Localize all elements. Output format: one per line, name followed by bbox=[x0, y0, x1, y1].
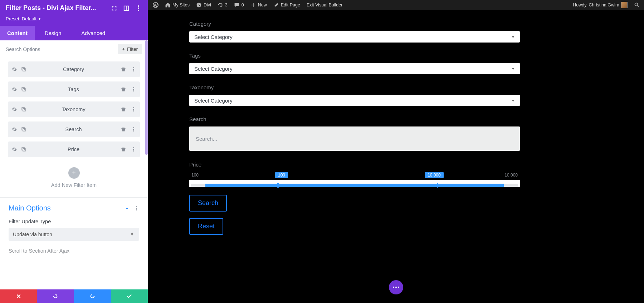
duplicate-icon[interactable] bbox=[21, 86, 26, 92]
preview-search-input[interactable]: Search... bbox=[189, 126, 520, 151]
settings-tabs: Content Design Advanced bbox=[0, 26, 148, 40]
gear-icon[interactable] bbox=[11, 146, 17, 152]
add-filter-button[interactable]: + Filter bbox=[118, 44, 142, 54]
refresh[interactable]: 3 bbox=[215, 0, 230, 10]
tab-advanced[interactable]: Advanced bbox=[71, 26, 115, 40]
refresh-count: 3 bbox=[225, 3, 228, 8]
howdy-user[interactable]: Howdy, Christina Gwira bbox=[570, 0, 630, 10]
preview-tags-select[interactable]: Select Category▼ bbox=[189, 63, 520, 74]
adminbar-search[interactable] bbox=[632, 0, 642, 10]
expand-icon[interactable] bbox=[111, 5, 118, 12]
builder-fab[interactable] bbox=[389, 280, 403, 294]
svg-point-22 bbox=[133, 127, 134, 128]
preview-search-label: Search bbox=[189, 116, 520, 122]
svg-point-9 bbox=[133, 70, 134, 71]
duplicate-icon[interactable] bbox=[21, 106, 26, 112]
trash-icon[interactable] bbox=[121, 86, 126, 92]
trash-icon[interactable] bbox=[121, 126, 126, 132]
price-lo-handle[interactable] bbox=[277, 183, 279, 188]
filter-item[interactable]: Tags bbox=[8, 81, 140, 97]
chevron-down-icon: ▼ bbox=[511, 35, 515, 39]
more-icon[interactable] bbox=[131, 126, 136, 132]
more-icon[interactable] bbox=[133, 205, 139, 211]
tab-content[interactable]: Content bbox=[0, 26, 35, 40]
new-link[interactable]: New bbox=[248, 0, 270, 10]
svg-point-8 bbox=[133, 69, 134, 70]
wp-logo[interactable] bbox=[150, 0, 161, 10]
svg-point-23 bbox=[133, 129, 134, 130]
trash-icon[interactable] bbox=[121, 106, 126, 112]
filter-item[interactable]: Category bbox=[8, 61, 140, 77]
add-new-filter-label: Add New Filter Item bbox=[0, 182, 148, 188]
preset-selector[interactable]: Preset: Default ▼ bbox=[0, 16, 148, 26]
module-settings-panel: Filter Posts - Divi Ajax Filter... Prese… bbox=[0, 0, 148, 303]
chevron-down-icon: ▼ bbox=[38, 17, 41, 21]
save-button[interactable] bbox=[111, 289, 148, 303]
panel-action-bar bbox=[0, 289, 148, 303]
preview-reset-button[interactable]: Reset bbox=[189, 218, 223, 235]
comment-count: 0 bbox=[241, 3, 244, 8]
add-new-filter-button[interactable]: + bbox=[68, 167, 80, 179]
svg-point-17 bbox=[133, 107, 134, 108]
filter-item-label: Search bbox=[26, 126, 121, 132]
undo-button[interactable] bbox=[37, 289, 74, 303]
gear-icon[interactable] bbox=[11, 106, 17, 112]
discard-button[interactable] bbox=[0, 289, 37, 303]
chevron-up-icon[interactable] bbox=[124, 205, 130, 211]
gear-icon[interactable] bbox=[11, 66, 17, 72]
preview-category-value: Select Category bbox=[194, 34, 233, 40]
new-label: New bbox=[258, 3, 267, 8]
filter-item-label: Taxonomy bbox=[26, 106, 121, 112]
divider bbox=[0, 197, 148, 198]
duplicate-icon[interactable] bbox=[21, 146, 26, 152]
more-icon[interactable] bbox=[131, 86, 136, 92]
exit-visual-builder[interactable]: Exit Visual Builder bbox=[304, 0, 346, 10]
filter-item[interactable]: Price bbox=[8, 141, 140, 157]
duplicate-icon[interactable] bbox=[21, 126, 26, 132]
filter-update-type-label: Filter Update Type bbox=[9, 219, 139, 224]
svg-point-24 bbox=[133, 130, 134, 131]
preview-search-button[interactable]: Search bbox=[189, 195, 227, 212]
more-icon[interactable] bbox=[135, 5, 142, 12]
more-icon[interactable] bbox=[131, 106, 136, 112]
edit-page-label: Edit Page bbox=[281, 3, 300, 8]
gear-icon[interactable] bbox=[11, 126, 17, 132]
price-hi-handle[interactable] bbox=[437, 183, 438, 188]
preview-category-select[interactable]: Select Category▼ bbox=[189, 31, 520, 43]
preview-category-label: Category bbox=[189, 21, 520, 27]
price-max-label: 10 000 bbox=[504, 173, 518, 178]
pencil-icon bbox=[273, 2, 279, 8]
svg-point-19 bbox=[133, 110, 134, 111]
wordpress-icon bbox=[153, 2, 158, 8]
more-icon[interactable] bbox=[131, 146, 136, 152]
redo-button[interactable] bbox=[74, 289, 111, 303]
filter-item-label: Price bbox=[26, 146, 121, 152]
avatar bbox=[621, 2, 628, 8]
page-preview: Category Select Category▼ Tags Select Ca… bbox=[148, 10, 644, 303]
comments[interactable]: 0 bbox=[231, 0, 247, 10]
preview-taxonomy-value: Select Category bbox=[194, 98, 233, 104]
preset-label: Preset: Default bbox=[6, 16, 36, 21]
edit-page[interactable]: Edit Page bbox=[270, 0, 303, 10]
filter-update-type-select[interactable]: Update via button bbox=[9, 228, 139, 241]
columns-icon[interactable] bbox=[123, 5, 130, 12]
tab-design[interactable]: Design bbox=[35, 26, 72, 40]
price-min-label: 100 bbox=[191, 173, 199, 178]
preview-taxonomy-label: Taxonomy bbox=[189, 84, 520, 90]
preview-price-slider[interactable]: 100 10 000 100 10 000 bbox=[189, 172, 520, 187]
preview-taxonomy-select[interactable]: Select Category▼ bbox=[189, 95, 520, 106]
more-icon[interactable] bbox=[131, 66, 136, 72]
main-options-title: Main Options bbox=[9, 204, 51, 212]
panel-scrollbar[interactable] bbox=[145, 40, 148, 155]
my-sites[interactable]: My Sites bbox=[162, 0, 192, 10]
trash-icon[interactable] bbox=[121, 66, 126, 72]
svg-point-27 bbox=[133, 147, 134, 148]
duplicate-icon[interactable] bbox=[21, 66, 26, 72]
filter-item[interactable]: Taxonomy bbox=[8, 101, 140, 117]
filter-item[interactable]: Search bbox=[8, 121, 140, 137]
my-sites-label: My Sites bbox=[172, 3, 190, 8]
divi-link[interactable]: Divi bbox=[193, 0, 214, 10]
gear-icon[interactable] bbox=[11, 86, 17, 92]
trash-icon[interactable] bbox=[121, 146, 126, 152]
svg-point-3 bbox=[138, 8, 139, 9]
